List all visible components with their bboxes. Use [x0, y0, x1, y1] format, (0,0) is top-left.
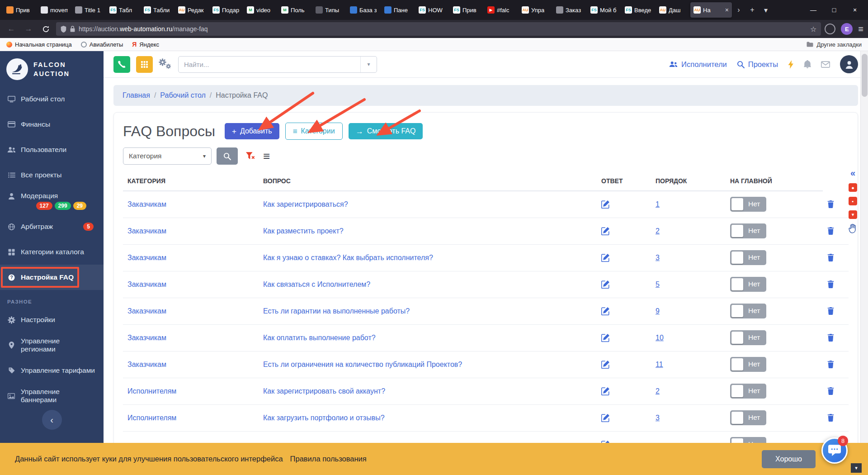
faq-question-link[interactable]: Как оплатить выполнение работ? — [263, 334, 376, 342]
list-tabs-icon[interactable]: ▾ — [760, 4, 772, 16]
edit-answer-button[interactable] — [601, 280, 610, 289]
main-page-toggle[interactable]: Нет — [730, 223, 766, 238]
delete-button[interactable] — [827, 254, 834, 261]
sidebar-item[interactable]: Арбитраж5 — [0, 214, 104, 239]
brand[interactable]: FALCON AUCTION — [0, 51, 104, 86]
breadcrumb-link[interactable]: Главная — [123, 91, 150, 100]
sidebar-item[interactable]: Управление регионами — [0, 332, 104, 358]
browser-tab[interactable]: FSМой б — [587, 2, 621, 18]
browser-tab[interactable]: FSТабли — [141, 2, 174, 18]
settings-gears-icon[interactable] — [159, 58, 172, 70]
sidebar-item[interactable]: Управление тарифами — [0, 358, 104, 383]
extension-icon[interactable] — [825, 24, 835, 34]
main-page-toggle[interactable]: Нет — [730, 197, 766, 212]
faq-category-link[interactable]: Заказчикам — [127, 280, 166, 288]
delete-button[interactable] — [827, 387, 834, 395]
browser-tab[interactable]: AUУпра — [519, 2, 552, 18]
appbar-link[interactable]: Исполнители — [669, 60, 727, 69]
bookmark-item[interactable]: Начальная страница — [6, 41, 72, 48]
order-link[interactable]: 3 — [656, 414, 660, 422]
quick-action-icon[interactable]: ▾ — [849, 210, 857, 219]
menu-icon[interactable]: ≡ — [858, 24, 863, 34]
cookie-accept-button[interactable]: Хорошо — [762, 450, 816, 468]
browser-tab[interactable]: FSВведе — [622, 2, 655, 18]
faq-category-link[interactable]: Заказчикам — [127, 361, 166, 368]
faq-question-link[interactable]: Есть ли гарантии на выполненные работы? — [263, 307, 410, 315]
faq-category-link[interactable]: Исполнителям — [127, 414, 176, 422]
search-input[interactable] — [179, 61, 360, 68]
faq-question-link[interactable]: Как я узнаю о ставках? Как выбрать испол… — [263, 254, 433, 261]
faq-category-link[interactable]: Заказчикам — [127, 227, 166, 235]
profile-avatar[interactable]: E — [841, 23, 853, 35]
collapse-panel-icon[interactable]: « — [850, 168, 855, 178]
sidebar-item[interactable]: Управление баннерами — [0, 383, 104, 408]
sidebar-item[interactable]: ?Настройка FAQ — [0, 265, 104, 290]
edit-answer-button[interactable] — [601, 200, 610, 209]
browser-tab[interactable]: Пане — [381, 2, 415, 18]
reload-icon[interactable] — [39, 22, 52, 36]
add-button[interactable]: +Добавить — [225, 123, 279, 139]
phone-button[interactable] — [113, 56, 130, 73]
quick-action-icon[interactable]: ▪ — [849, 197, 857, 205]
browser-tab[interactable]: ▶#falc — [484, 2, 518, 18]
scrollbar[interactable] — [860, 51, 868, 475]
main-page-toggle[interactable]: Нет — [730, 384, 766, 399]
delete-button[interactable] — [827, 307, 834, 315]
delete-button[interactable] — [827, 200, 834, 208]
order-link[interactable]: 10 — [656, 334, 664, 342]
faq-category-link[interactable]: Заказчикам — [127, 200, 166, 208]
faq-question-link[interactable]: Как зарегистрироваться? — [263, 200, 348, 208]
sidebar-item[interactable]: Модерация12729929 — [0, 188, 104, 214]
forward-icon[interactable]: → — [22, 22, 35, 36]
order-link[interactable]: 11 — [656, 361, 663, 368]
back-icon[interactable]: ← — [5, 22, 18, 36]
new-tab-button[interactable]: + — [746, 4, 759, 16]
delete-button[interactable] — [827, 361, 834, 368]
apps-grid-button[interactable] — [136, 56, 153, 73]
quick-action-icon[interactable]: ● — [849, 183, 857, 192]
order-link[interactable]: 2 — [656, 387, 660, 395]
chat-widget-button[interactable]: 8 — [821, 437, 848, 464]
order-link[interactable]: 2 — [656, 227, 660, 235]
browser-tab[interactable]: FSПодар — [209, 2, 243, 18]
envelope-icon[interactable] — [821, 61, 830, 68]
browser-tab[interactable]: FSПрив — [450, 2, 483, 18]
faq-question-link[interactable]: Есть ли ограничения на количество публик… — [263, 361, 462, 368]
main-page-toggle[interactable]: Нет — [730, 250, 766, 265]
faq-question-link[interactable]: Как зарегистрировать свой аккаунт? — [263, 387, 385, 395]
view-faq-button[interactable]: →Смотреть FAQ — [349, 123, 423, 139]
sidebar-item[interactable]: Настройки — [0, 307, 104, 332]
browser-tab[interactable]: Title 1 — [72, 2, 105, 18]
edit-answer-button[interactable] — [601, 360, 610, 369]
tab-close-icon[interactable]: × — [725, 6, 729, 14]
browser-tab[interactable]: Типы — [312, 2, 346, 18]
edit-answer-button[interactable] — [601, 413, 610, 422]
bell-icon[interactable] — [804, 60, 811, 68]
edit-answer-button[interactable] — [601, 333, 610, 342]
sidebar-item[interactable]: Пользователи — [0, 137, 104, 162]
edit-answer-button[interactable] — [601, 307, 610, 315]
filter-search-button[interactable] — [217, 147, 238, 165]
category-select[interactable]: Категория ▾ — [123, 147, 212, 165]
other-bookmarks[interactable]: Другие закладки — [807, 41, 862, 48]
faq-question-link[interactable]: Как разместить проект? — [263, 227, 344, 235]
main-page-toggle[interactable]: Нет — [730, 410, 766, 425]
edit-answer-button[interactable] — [601, 227, 610, 235]
edit-answer-button[interactable] — [601, 253, 610, 262]
close-button[interactable]: × — [844, 0, 865, 20]
bookmark-item[interactable]: Авиабилеты — [81, 41, 123, 48]
sidebar-item[interactable]: Финансы — [0, 112, 104, 137]
browser-tab[interactable]: FSТабл — [106, 2, 140, 18]
order-link[interactable]: 1 — [656, 200, 660, 208]
browser-tab[interactable]: AUРедак — [175, 2, 208, 18]
main-page-toggle[interactable]: Нет — [730, 304, 766, 318]
scroll-down-icon[interactable]: ▾ — [851, 463, 862, 473]
sidebar-collapse-button[interactable]: ‹ — [42, 410, 62, 430]
sidebar-item[interactable]: Рабочий стол — [0, 86, 104, 112]
browser-tab[interactable]: База з — [347, 2, 380, 18]
browser-tab[interactable]: Прив — [3, 2, 37, 18]
main-page-toggle[interactable]: Нет — [730, 330, 766, 345]
faq-category-link[interactable]: Заказчикам — [127, 307, 166, 315]
user-avatar[interactable] — [840, 55, 858, 73]
main-page-toggle[interactable]: Нет — [730, 277, 766, 292]
